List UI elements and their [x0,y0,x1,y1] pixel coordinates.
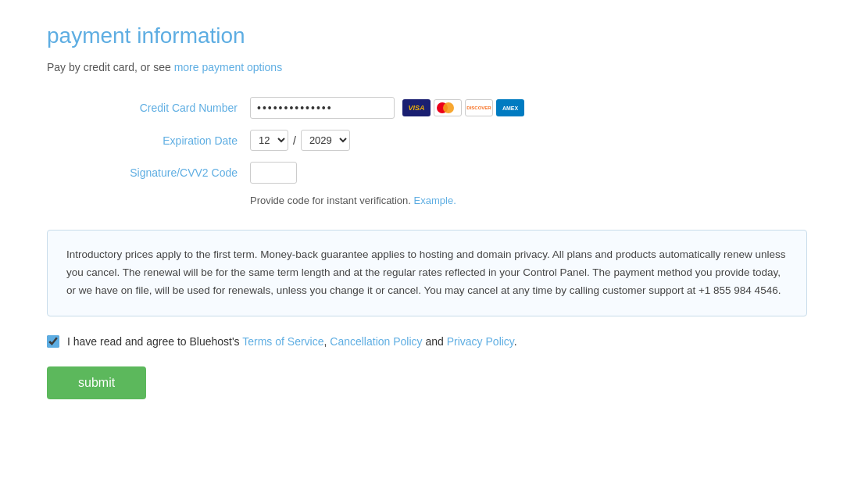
agree-prefix: I have read and agree to Bluehost's [67,335,242,348]
cvv-row: Signature/CVV2 Code [47,162,807,184]
cancellation-link[interactable]: Cancellation Policy [330,335,422,348]
tos-link[interactable]: Terms of Service [242,335,323,348]
cvv-hint-text: Provide code for instant verification. E… [250,195,807,206]
agree-and: and [425,335,446,348]
privacy-link[interactable]: Privacy Policy [447,335,514,348]
discover-icon: DISCOVER [465,99,493,116]
expiration-row: Expiration Date 01 02 03 04 05 06 07 08 … [47,130,807,151]
agreement-row: I have read and agree to Bluehost's Term… [47,335,807,348]
more-payment-options-link[interactable]: more payment options [174,61,283,73]
expiration-separator: / [293,134,296,147]
page-title: payment information [47,23,807,48]
agree-period: . [514,335,517,348]
credit-card-field: VISA DISCOVER AMEX [250,97,524,119]
cvv-example-link[interactable]: Example. [414,195,456,206]
subtitle: Pay by credit card, or see more payment … [47,61,807,73]
credit-card-input[interactable] [250,97,395,119]
expiration-year-select[interactable]: 2024 2025 2026 2027 2028 2029 2030 2031 … [301,130,350,151]
cvv-label: Signature/CVV2 Code [47,166,250,179]
amex-icon: AMEX [496,99,524,116]
mastercard-icon [434,99,462,116]
cvv-input[interactable] [250,162,297,184]
credit-card-row: Credit Card Number VISA DISCOVER [47,97,807,119]
info-box-text: Introductory prices apply to the first t… [66,246,788,300]
cvv-hint-label: Provide code for instant verification. [250,195,411,206]
agree-text: I have read and agree to Bluehost's Term… [67,335,517,348]
card-icons: VISA DISCOVER AMEX [402,99,524,116]
expiration-field: 01 02 03 04 05 06 07 08 09 10 11 12 / 20… [250,130,350,151]
agree-checkbox[interactable] [47,335,59,348]
subtitle-text: Pay by credit card, or see [47,61,174,73]
visa-icon: VISA [402,99,431,116]
credit-card-label: Credit Card Number [47,102,250,114]
payment-form: Credit Card Number VISA DISCOVER [47,97,807,206]
cvv-field [250,162,297,184]
submit-button[interactable]: submit [47,366,146,399]
expiration-month-select[interactable]: 01 02 03 04 05 06 07 08 09 10 11 12 [250,130,288,151]
agree-separator: , [324,335,327,348]
expiration-label: Expiration Date [47,134,250,147]
info-box: Introductory prices apply to the first t… [47,230,807,316]
